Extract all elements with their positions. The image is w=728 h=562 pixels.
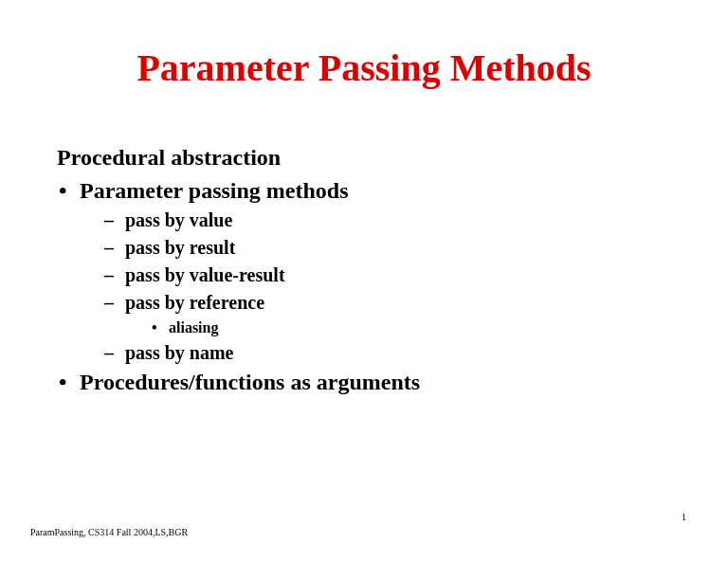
bullet-item: Procedures/functions as arguments bbox=[57, 370, 681, 395]
bullet-item: pass by name bbox=[57, 342, 681, 364]
bullet-item: aliasing bbox=[57, 319, 681, 336]
bullet-item: pass by reference bbox=[57, 292, 681, 314]
slide-content: Procedural abstraction Parameter passing… bbox=[47, 145, 681, 395]
bullet-item: pass by result bbox=[57, 237, 681, 259]
slide: Parameter Passing Methods Procedural abs… bbox=[0, 0, 728, 562]
slide-title: Parameter Passing Methods bbox=[47, 45, 681, 90]
page-number: 1 bbox=[682, 512, 686, 522]
bullet-item: Parameter passing methods bbox=[57, 178, 681, 204]
footer-source: ParamPassing, CS314 Fall 2004,LS,BGR bbox=[30, 527, 188, 537]
bullet-item: pass by value bbox=[57, 209, 681, 231]
bullet-item: pass by value-result bbox=[57, 264, 681, 286]
content-heading: Procedural abstraction bbox=[57, 145, 681, 171]
